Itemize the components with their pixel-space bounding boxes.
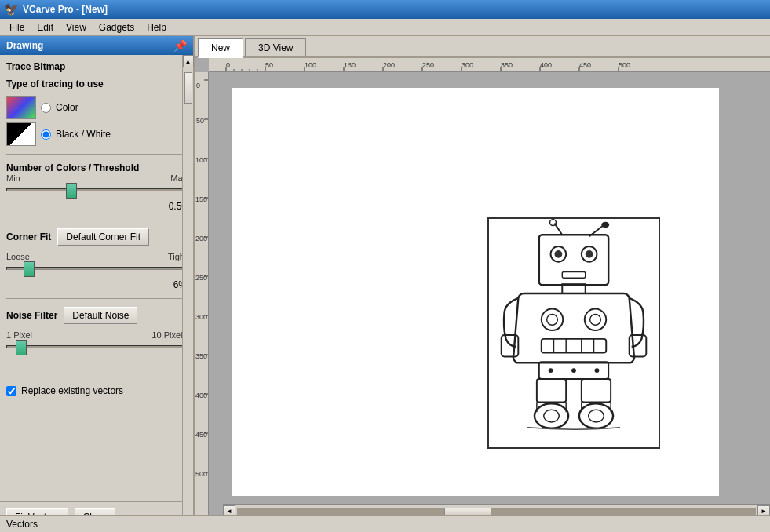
svg-text:150: 150 [195,195,207,203]
color-radio[interactable] [41,103,51,113]
menu-edit[interactable]: Edit [31,20,60,35]
svg-text:100: 100 [195,156,207,164]
svg-text:250: 250 [195,274,207,282]
bw-thumbnail [6,122,36,146]
app-icon: 🦅 [5,3,18,16]
menu-help[interactable]: Help [140,20,173,35]
threshold-min: Min [6,173,20,183]
noise-minmax: 1 Pixel 10 Pixels [6,330,187,340]
corner-fit-minmax: Loose Tight [6,252,187,261]
svg-text:350: 350 [501,61,513,69]
svg-text:250: 250 [422,61,434,69]
corner-fit-header: Corner Fit Default Corner Fit [6,228,187,246]
color-label[interactable]: Color [56,102,78,113]
corner-fit-section: Corner Fit Default Corner Fit Loose Tigh… [6,228,187,290]
canvas-area: 0 50 100 150 200 250 300 350 400 [195,58,770,532]
svg-text:0: 0 [226,61,230,69]
svg-text:300: 300 [195,313,207,321]
menu-file[interactable]: File [3,20,31,35]
main-layout: Drawing 📌 Trace Bitmap Type of tracing t… [0,36,770,532]
svg-text:350: 350 [195,352,207,360]
svg-text:400: 400 [540,61,552,69]
panel-scrollbar[interactable]: ▲ ▼ [182,55,193,532]
threshold-slider[interactable] [6,183,187,197]
divider-4 [6,377,187,377]
svg-point-59 [586,250,593,258]
svg-text:0: 0 [196,82,200,89]
svg-text:50: 50 [196,117,204,125]
svg-point-57 [554,250,562,258]
svg-point-55 [601,222,609,228]
vectors-label: Vectors [6,519,38,530]
default-noise-button[interactable]: Default Noise [64,307,137,324]
panel-content: Trace Bitmap Type of tracing to use Colo… [0,55,193,501]
default-corner-fit-button[interactable]: Default Corner Fit [57,228,149,246]
svg-text:100: 100 [305,61,316,69]
threshold-minmax: Min Max [6,173,187,183]
noise-filter-header: Noise Filter Default Noise [6,307,187,324]
divider-1 [6,154,187,155]
robot-image [487,217,660,449]
right-area: New 3D View 0 50 100 150 200 [195,36,770,532]
corner-fit-value: 6% [6,279,187,290]
corner-fit-slider[interactable] [6,261,187,275]
threshold-value: 0.50 [6,201,187,212]
bw-radio[interactable] [41,129,51,140]
svg-point-75 [571,368,576,373]
svg-text:450: 450 [195,431,207,439]
hscroll-track[interactable] [237,508,756,516]
canvas-content: ◄ ► [209,72,770,518]
noise-min: 1 Pixel [6,330,32,340]
replace-vectors-checkbox[interactable] [6,386,16,396]
noise-filter-slider[interactable] [6,340,187,354]
svg-rect-50 [489,220,659,447]
svg-text:50: 50 [265,61,273,69]
ruler-top: 0 50 100 150 200 250 300 350 400 [209,58,770,72]
svg-text:200: 200 [383,61,395,69]
svg-text:500: 500 [195,470,207,478]
threshold-section: Number of Colors / Threshold Min Max 0.5… [6,162,187,212]
tab-3d-view[interactable]: 3D View [245,38,306,56]
menu-gadgets[interactable]: Gadgets [93,20,140,35]
svg-rect-27 [195,72,209,518]
corner-fit-min: Loose [6,252,30,261]
title-text: VCarve Pro - [New] [23,4,108,15]
color-thumbnail [6,96,36,119]
svg-text:300: 300 [462,61,473,69]
replace-vectors-row: Replace existing vectors [6,385,187,396]
divider-2 [6,220,187,220]
svg-rect-0 [209,58,770,72]
trace-type-label: Type of tracing to use [6,78,187,89]
divider-3 [6,298,187,299]
replace-vectors-label[interactable]: Replace existing vectors [21,385,123,396]
bw-label[interactable]: Black / White [56,129,111,140]
scroll-up-arrow[interactable]: ▲ [183,55,194,67]
svg-text:200: 200 [195,235,207,242]
tab-bar: New 3D View [195,36,770,58]
corner-fit-label: Corner Fit [6,231,51,242]
panel-pin-icon: 📌 [173,39,187,52]
menubar: File Edit View Gadgets Help [0,19,770,36]
svg-point-74 [549,368,553,373]
status-bar: Vectors [0,515,770,532]
noise-filter-value: 1 [6,358,187,369]
noise-filter-label: Noise Filter [6,310,57,321]
titlebar: 🦅 VCarve Pro - [New] [0,0,770,19]
panel-header: Drawing 📌 [0,36,193,55]
section-title: Trace Bitmap [6,61,187,72]
color-option: Color [6,96,187,119]
svg-text:500: 500 [619,61,630,69]
bw-option: Black / White [6,122,187,146]
panel-title: Drawing [6,40,43,51]
hscroll-thumb[interactable] [444,508,491,516]
left-panel: Drawing 📌 Trace Bitmap Type of tracing t… [0,36,195,532]
menu-view[interactable]: View [60,20,93,35]
svg-text:150: 150 [344,61,356,69]
svg-text:450: 450 [579,61,591,69]
robot-svg [489,219,659,447]
svg-text:400: 400 [195,392,207,399]
scroll-thumb[interactable] [184,72,192,104]
noise-filter-section: Noise Filter Default Noise 1 Pixel 10 Pi… [6,307,187,369]
tab-new[interactable]: New [198,38,243,58]
threshold-label: Number of Colors / Threshold [6,162,187,173]
